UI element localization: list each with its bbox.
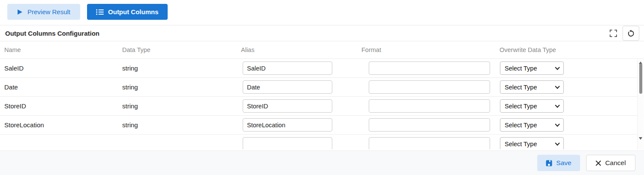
data-type-cell: string <box>122 121 241 129</box>
column-header-alias: Alias <box>241 46 359 53</box>
format-input[interactable] <box>369 118 490 132</box>
overwrite-type-select-wrap: Select Type <box>500 137 564 149</box>
format-input[interactable] <box>369 80 490 94</box>
scrollbar-thumb[interactable] <box>639 64 642 94</box>
overwrite-type-select[interactable]: Select Type <box>500 80 564 94</box>
scroll-down-arrow-icon[interactable] <box>639 137 642 140</box>
column-header-name: Name <box>4 46 122 53</box>
cancel-button[interactable]: Cancel <box>586 155 635 171</box>
preview-result-label: Preview Result <box>27 8 70 15</box>
alias-input[interactable] <box>243 80 332 94</box>
overwrite-type-select-wrap: Select Type <box>500 61 564 75</box>
panel-actions <box>608 26 639 41</box>
panel-header: Output Columns Configuration <box>0 25 644 41</box>
name-cell: Date <box>4 83 122 91</box>
name-cell: StoreLocation <box>4 121 122 129</box>
overwrite-type-select[interactable]: Select Type <box>500 61 564 75</box>
overwrite-type-select[interactable]: Select Type <box>500 137 564 149</box>
name-cell: SaleID <box>4 64 122 72</box>
list-icon <box>96 9 104 15</box>
table-row: Date string Select Type <box>0 78 644 97</box>
fullscreen-button[interactable] <box>608 28 619 39</box>
name-cell: StoreID <box>4 102 122 110</box>
table-header-row: Name Data Type Alias Format Overwrite Da… <box>0 41 644 59</box>
format-input[interactable] <box>369 99 490 113</box>
save-button[interactable]: Save <box>537 155 580 171</box>
alias-input[interactable] <box>243 61 332 75</box>
vertical-scrollbar[interactable] <box>637 60 644 150</box>
reset-icon <box>627 30 635 37</box>
table-row: Select Type <box>0 135 644 149</box>
preview-result-button[interactable]: Preview Result <box>7 4 80 20</box>
fullscreen-icon <box>610 30 617 37</box>
table-body: SaleID string Select Type Date string Se… <box>0 59 644 149</box>
overwrite-type-select-wrap: Select Type <box>500 118 564 132</box>
table-row: SaleID string Select Type <box>0 59 644 78</box>
cancel-label: Cancel <box>605 159 626 167</box>
alias-input[interactable] <box>243 99 332 113</box>
overwrite-type-select-wrap: Select Type <box>500 80 564 94</box>
play-icon <box>17 9 23 15</box>
close-icon <box>596 160 601 166</box>
save-label: Save <box>556 159 571 167</box>
column-header-overwrite-data-type: Overwrite Data Type <box>499 46 644 53</box>
column-header-format: Format <box>359 46 499 53</box>
save-icon <box>546 160 552 166</box>
panel-title: Output Columns Configuration <box>5 30 99 37</box>
table-row: StoreLocation string Select Type <box>0 116 644 135</box>
table-row: StoreID string Select Type <box>0 97 644 116</box>
format-input[interactable] <box>369 61 490 75</box>
data-type-cell: string <box>122 64 241 72</box>
output-columns-button[interactable]: Output Columns <box>87 4 167 20</box>
footer-bar: Save Cancel <box>0 150 644 175</box>
data-type-cell: string <box>122 83 241 91</box>
overwrite-type-select[interactable]: Select Type <box>500 118 564 132</box>
alias-input[interactable] <box>243 137 332 149</box>
data-type-cell: string <box>122 102 241 110</box>
alias-input[interactable] <box>243 118 332 132</box>
overwrite-type-select[interactable]: Select Type <box>500 99 564 113</box>
output-columns-label: Output Columns <box>108 8 158 15</box>
output-columns-panel: Output Columns Configuration <box>0 25 644 149</box>
column-header-data-type: Data Type <box>122 46 241 53</box>
toolbar: Preview Result Output Columns <box>0 0 644 25</box>
format-input[interactable] <box>369 137 490 149</box>
overwrite-type-select-wrap: Select Type <box>500 99 564 113</box>
reset-button[interactable] <box>623 26 639 41</box>
